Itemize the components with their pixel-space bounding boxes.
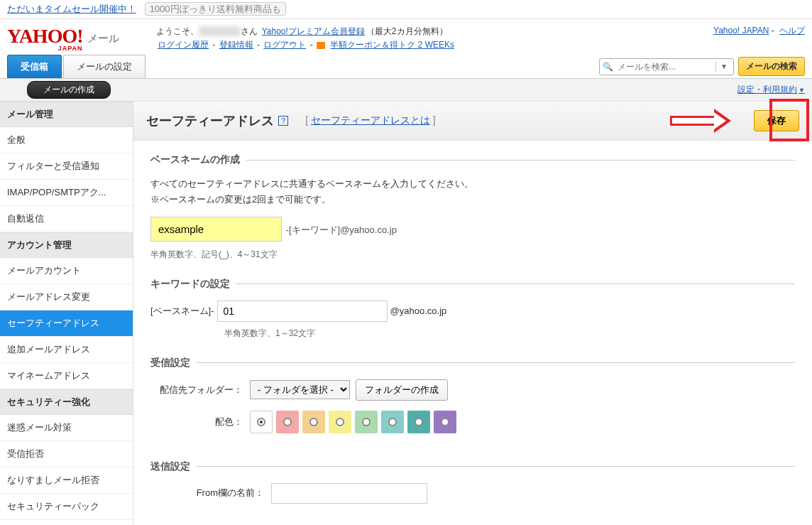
greeting: ようこそ、 [156, 26, 199, 36]
content-header: セーフティーアドレス ? [ セーフティーアドレスとは ] 保存 [133, 102, 812, 141]
receive-legend: 受信設定 [150, 357, 196, 369]
keyword-suffix: @yahoo.co.jp [390, 305, 447, 316]
search-box: 🔍 ▼ [599, 58, 734, 75]
tab-settings[interactable]: メールの設定 [63, 55, 146, 78]
main: メール管理 全般 フィルターと受信通知 IMAP/POP/SMTPアク... 自… [0, 102, 812, 525]
search-icon: 🔍 [600, 62, 616, 72]
sidebar-item-spam[interactable]: 迷惑メール対策 [0, 415, 133, 441]
user-suffix: さん [241, 26, 258, 36]
color-option-teal[interactable] [381, 411, 404, 433]
yahoo-japan-link[interactable]: Yahoo! JAPAN [713, 26, 769, 36]
premium-link[interactable]: Yahoo!プレミアム会員登録 [262, 26, 365, 36]
basename-legend: ベースネームの作成 [150, 153, 246, 166]
sidebar-item-spoof[interactable]: なりすましメール拒否 [0, 467, 133, 494]
color-option-none[interactable] [250, 411, 273, 433]
basename-suffix: -[キーワード]@yahoo.co.jp [286, 224, 397, 235]
color-option-red[interactable] [276, 411, 299, 433]
login-history-link[interactable]: ログイン履歴 [158, 40, 209, 50]
save-button[interactable]: 保存 [754, 110, 799, 131]
search-input[interactable] [616, 59, 715, 75]
toolbar: 受信箱 メールの設定 🔍 ▼ メールの検索 [0, 55, 812, 79]
sidebar-item-address-change[interactable]: メールアドレス変更 [0, 284, 133, 310]
top-banner: ただいまタイムセール開催中！ 1000円ぽっきり送料無料商品も [0, 0, 812, 19]
header-info: ようこそ、 さん Yahoo!プレミアム会員登録（最大2カ月分無料） ログイン履… [156, 25, 710, 52]
subbar: メールの作成 設定・利用規約▼ [0, 79, 812, 102]
from-label: From欄の名前： [150, 487, 271, 499]
content: セーフティーアドレス ? [ セーフティーアドレスとは ] 保存 ベースネームの… [133, 102, 812, 525]
color-option-orange[interactable] [302, 411, 325, 433]
send-legend: 送信設定 [150, 460, 196, 473]
send-section: 送信設定 From欄の名前： [150, 460, 795, 514]
coupon-link[interactable]: 半額クーポン＆得トク 2 WEEKs [330, 40, 454, 50]
color-option-green[interactable] [355, 411, 378, 433]
compose-button[interactable]: メールの作成 [27, 81, 111, 99]
header-right: Yahoo! JAPAN - ヘルプ [710, 25, 805, 37]
logo[interactable]: YAHOO! JAPAN メール [7, 25, 156, 52]
premium-note: （最大2カ月分無料） [366, 26, 448, 36]
search-button[interactable]: メールの検索 [738, 57, 805, 76]
color-option-purple[interactable] [434, 411, 456, 433]
help-icon[interactable]: ? [278, 116, 288, 126]
sidebar-header-security: セキュリティー強化 [0, 389, 133, 415]
cart-icon [317, 42, 325, 49]
basename-section: ベースネームの作成 すべてのセーフティーアドレスに共通するベースネームを入力して… [150, 153, 795, 260]
form-area: ベースネームの作成 すべてのセーフティーアドレスに共通するベースネームを入力して… [133, 141, 812, 525]
keyword-section: キーワードの設定 [ベースネーム]- @yahoo.co.jp 半角英数字、1～… [150, 278, 795, 340]
basename-desc: すべてのセーフティーアドレスに共通するベースネームを入力してください。 ※ベース… [150, 176, 795, 207]
sidebar-item-virus[interactable]: ウイルスチェック [0, 520, 133, 525]
chevron-down-icon: ▼ [799, 87, 805, 94]
logout-link[interactable]: ログアウト [263, 40, 306, 50]
folder-select[interactable]: - フォルダを選択 - [250, 380, 350, 399]
arrow-annotation [670, 107, 741, 133]
sidebar: メール管理 全般 フィルターと受信通知 IMAP/POP/SMTPアク... 自… [0, 102, 133, 525]
sidebar-item-imap[interactable]: IMAP/POP/SMTPアク... [0, 180, 133, 206]
username-blurred [199, 26, 241, 36]
from-input[interactable] [271, 483, 427, 504]
basename-hint: 半角英数字、記号(_)、4～31文字 [150, 249, 795, 261]
color-option-darkteal[interactable] [407, 411, 430, 433]
keyword-prefix: [ベースネーム]- [150, 305, 214, 318]
sidebar-header-mail: メール管理 [0, 102, 133, 127]
logo-brand: YAHOO! [7, 25, 83, 47]
folder-label: 配信先フォルダー： [150, 384, 250, 396]
receive-section: 受信設定 配信先フォルダー： - フォルダを選択 - フォルダーの作成 配色： [150, 357, 795, 443]
sidebar-item-myname-address[interactable]: マイネームアドレス [0, 363, 133, 389]
promo-badge[interactable]: 1000円ぽっきり送料無料商品も [145, 2, 286, 16]
header: YAHOO! JAPAN メール ようこそ、 さん Yahoo!プレミアム会員登… [0, 19, 812, 55]
sidebar-item-safety-address[interactable]: セーフティーアドレス [0, 310, 133, 337]
sidebar-item-filter[interactable]: フィルターと受信通知 [0, 153, 133, 180]
sidebar-item-additional-address[interactable]: 追加メールアドレス [0, 337, 133, 363]
keyword-input[interactable] [217, 301, 388, 322]
sidebar-header-account: アカウント管理 [0, 232, 133, 258]
sidebar-item-block[interactable]: 受信拒否 [0, 441, 133, 467]
basename-input[interactable] [150, 217, 282, 242]
sidebar-item-mailaccount[interactable]: メールアカウント [0, 258, 133, 284]
help-link[interactable]: ヘルプ [779, 26, 805, 36]
tab-inbox[interactable]: 受信箱 [7, 55, 62, 78]
sale-link[interactable]: ただいまタイムセール開催中！ [7, 4, 136, 14]
keyword-legend: キーワードの設定 [150, 278, 236, 291]
folder-create-button[interactable]: フォルダーの作成 [356, 379, 448, 401]
color-option-yellow[interactable] [329, 411, 351, 433]
sidebar-item-general[interactable]: 全般 [0, 127, 133, 153]
what-is-link-wrapper: [ セーフティーアドレスとは ] [305, 114, 436, 127]
page-title: セーフティーアドレス [146, 112, 274, 129]
color-palette [250, 411, 456, 433]
search-dropdown-icon[interactable]: ▼ [715, 61, 732, 72]
settings-terms-link[interactable]: 設定・利用規約▼ [737, 84, 805, 96]
keyword-hint: 半角英数字、1～32文字 [224, 328, 795, 340]
reg-info-link[interactable]: 登録情報 [219, 40, 253, 50]
tabs: 受信箱 メールの設定 [7, 55, 147, 78]
sidebar-item-secpack[interactable]: セキュリティーパック [0, 494, 133, 520]
color-label: 配色： [150, 416, 250, 428]
sidebar-item-autoreply[interactable]: 自動返信 [0, 206, 133, 232]
what-is-link[interactable]: セーフティーアドレスとは [311, 114, 430, 126]
logo-service: メール [87, 32, 119, 45]
